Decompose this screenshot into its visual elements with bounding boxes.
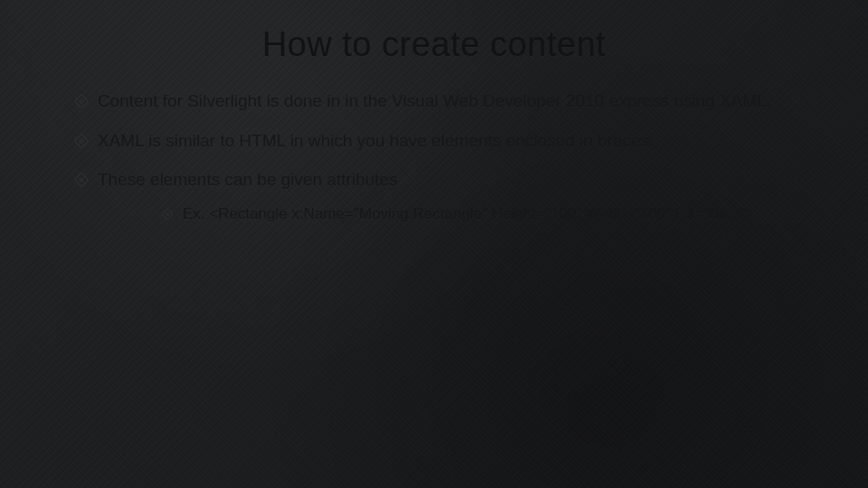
bullet-item: Content for Silverlight is done in in th… <box>72 89 796 113</box>
slide-title: How to create content <box>72 25 796 64</box>
bullet-text: XAML is similar to HTML in which you hav… <box>98 131 654 150</box>
bullet-list: Content for Silverlight is done in in th… <box>72 89 796 225</box>
bullet-text: Content for Silverlight is done in in th… <box>98 91 771 110</box>
slide: How to create content Content for Silver… <box>0 0 868 488</box>
bullet-text: These elements can be given attributes <box>98 170 398 189</box>
bullet-item: These elements can be given attributes E… <box>72 168 796 225</box>
sub-bullet-text: Ex. <Rectangle x:Name="Moving.Rectangle"… <box>183 205 754 222</box>
sub-bullet-list: Ex. <Rectangle x:Name="Moving.Rectangle"… <box>98 204 796 225</box>
bullet-item: XAML is similar to HTML in which you hav… <box>72 129 796 153</box>
sub-bullet-item: Ex. <Rectangle x:Name="Moving.Rectangle"… <box>161 204 796 225</box>
